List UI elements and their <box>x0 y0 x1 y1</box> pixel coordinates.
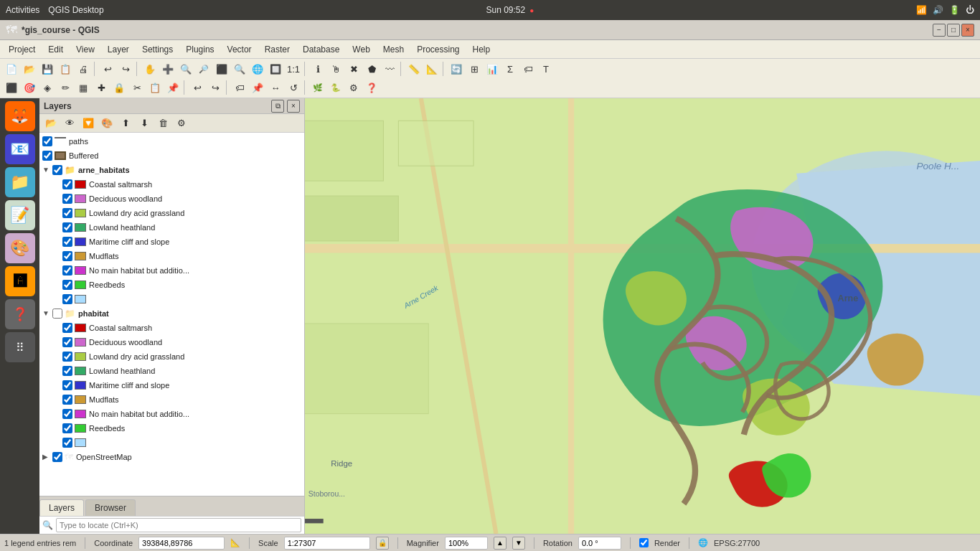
save-as-button[interactable]: 📋 <box>57 60 74 77</box>
layer-cb-osm[interactable] <box>52 452 62 462</box>
new-project-button[interactable]: 📄 <box>3 60 20 77</box>
layer-cb-ah-coastal[interactable] <box>62 179 72 189</box>
menu-item-web[interactable]: Web <box>347 43 375 56</box>
layer-item-ah-maritime[interactable]: Maritime cliff and slope <box>39 235 304 249</box>
layer-item-ph-lowland-heath[interactable]: Lowland heathland <box>39 364 304 378</box>
plugin-button[interactable]: ⚙ <box>345 79 362 96</box>
copy-feature-button[interactable]: 📋 <box>146 79 164 96</box>
layer-down-button[interactable]: ⬇ <box>136 115 153 132</box>
stat-summary-button[interactable]: Σ <box>501 60 519 77</box>
python-button[interactable]: 🐍 <box>327 79 344 96</box>
close-button[interactable]: × <box>961 24 974 37</box>
grid-button[interactable]: ▦ <box>75 79 92 96</box>
render-checkbox[interactable] <box>639 538 649 547</box>
scale-input[interactable] <box>284 537 370 550</box>
save-project-button[interactable]: 💾 <box>39 60 56 77</box>
magnifier-down-button[interactable]: ▼ <box>512 537 525 550</box>
layer-cb-ah-lowland-dry[interactable] <box>62 208 72 218</box>
files-icon[interactable]: 📁 <box>5 167 35 197</box>
layer-item-ph-mudflats[interactable]: Mudflats <box>39 392 304 407</box>
layer-item-ah-unknown[interactable] <box>39 292 304 306</box>
select-button[interactable]: 🖱 <box>327 60 344 77</box>
layer-item-ph-reedbeds[interactable]: Reedbeds <box>39 421 304 435</box>
identify-button[interactable]: ℹ <box>309 60 326 77</box>
minimize-button[interactable]: − <box>933 24 946 37</box>
gimp-icon[interactable]: 🎨 <box>5 233 35 263</box>
firefox-icon[interactable]: 🦊 <box>5 101 35 131</box>
layer-item-ah-nomainhabitat[interactable]: No main habitat but additio... <box>39 263 304 278</box>
layer-item-ph-deciduous[interactable]: Deciduous woodland <box>39 335 304 349</box>
open-project-button[interactable]: 📂 <box>21 60 38 77</box>
tile-scale-button[interactable]: ⊞ <box>466 60 483 77</box>
layer-cb-ph-unknown[interactable] <box>62 438 72 448</box>
measure-area-button[interactable]: 📐 <box>423 60 440 77</box>
help2-button[interactable]: ❓ <box>363 79 380 96</box>
paste-feature-button[interactable]: 📌 <box>164 79 182 96</box>
layer-cb-ah-unknown[interactable] <box>62 294 72 304</box>
layer-cb-ph-deciduous[interactable] <box>62 337 72 347</box>
filter-layers-button[interactable]: 🔽 <box>80 115 97 132</box>
menu-item-plugins[interactable]: Plugins <box>180 43 220 56</box>
layer-item-ah-lowland-heath[interactable]: Lowland heathland <box>39 220 304 235</box>
label2-button[interactable]: 🏷 <box>231 79 248 96</box>
tab-browser[interactable]: Browser <box>85 499 136 516</box>
menu-item-view[interactable]: View <box>70 43 100 56</box>
select-freehand-button[interactable]: 〰 <box>381 60 398 77</box>
zoom-in-button[interactable]: 🔍 <box>177 60 194 77</box>
tab-layers[interactable]: Layers <box>39 499 84 516</box>
menu-item-database[interactable]: Database <box>297 43 345 56</box>
measure-button[interactable]: 📏 <box>405 60 423 77</box>
grass-button[interactable]: 🌿 <box>309 79 326 96</box>
layer-cb-ah-maritime[interactable] <box>62 237 72 247</box>
layer-item-ph-unknown[interactable] <box>39 435 304 450</box>
phabitat-expand-icon[interactable]: ▼ <box>42 309 51 318</box>
toggle-edit-button[interactable]: 🔒 <box>110 79 128 96</box>
layer-item-phabitat-group[interactable]: ▼ 📁 phabitat <box>39 306 304 321</box>
layer-cb-ah-nomainhabitat[interactable] <box>62 265 72 276</box>
layer-item-ah-deciduous[interactable]: Deciduous woodland <box>39 192 304 206</box>
menu-item-edit[interactable]: Edit <box>42 43 69 56</box>
apps-icon[interactable]: ⠿ <box>5 332 35 362</box>
rotation-input[interactable] <box>578 537 621 550</box>
zoom-full-button[interactable]: 🌐 <box>249 60 266 77</box>
map-area[interactable]: Poole H... Arne Ridge Stoborou... Arne C… <box>305 98 980 534</box>
scale-lock-button[interactable]: 🔒 <box>376 537 389 550</box>
print-button[interactable]: 🖨 <box>75 60 92 77</box>
layer-cb-ah-reedbeds[interactable] <box>62 280 72 290</box>
vertex-tool-button[interactable]: ◈ <box>39 79 56 96</box>
amazon-icon[interactable]: 🅰 <box>5 266 35 296</box>
layer-item-buffered[interactable]: Buffered <box>39 149 304 163</box>
email-icon[interactable]: 📧 <box>5 134 35 164</box>
redo-button[interactable]: ↩ <box>117 60 134 77</box>
layer-cb-arne-habitats[interactable] <box>52 165 62 175</box>
deselect-button[interactable]: ✖ <box>345 60 362 77</box>
arne-habitats-expand-icon[interactable]: ▼ <box>42 166 51 174</box>
edit-button[interactable]: ✏ <box>57 79 74 96</box>
layer-cb-ah-mudflats[interactable] <box>62 251 72 261</box>
layer-item-ah-coastal[interactable]: Coastal saltmarsh <box>39 177 304 192</box>
help-icon[interactable]: ❓ <box>5 299 35 329</box>
layer-properties-button[interactable]: ⚙ <box>173 115 190 132</box>
layer-cb-paths[interactable] <box>42 136 52 146</box>
layer-item-ph-nomainhabitat[interactable]: No main habitat but additio... <box>39 407 304 421</box>
layer-item-ph-coastal[interactable]: Coastal saltmarsh <box>39 321 304 335</box>
layer-item-osm[interactable]: ▶ 🗺 OpenStreetMap <box>39 450 304 464</box>
layer-item-ah-mudflats[interactable]: Mudflats <box>39 249 304 263</box>
layer-cb-ah-lowland-heath[interactable] <box>62 222 72 232</box>
undo-button[interactable]: ↩ <box>99 60 116 77</box>
pan-button[interactable]: ✋ <box>141 60 159 77</box>
pan-to-selection-button[interactable]: ➕ <box>159 60 176 77</box>
menu-item-layer[interactable]: Layer <box>102 43 135 56</box>
zoom-layer-button[interactable]: 🔲 <box>267 60 284 77</box>
activities-label[interactable]: Activities <box>6 5 39 15</box>
layer-item-ah-lowland-dry[interactable]: Lowland dry acid grassland <box>39 206 304 220</box>
menu-item-processing[interactable]: Processing <box>411 43 465 56</box>
layer-item-ph-lowland-dry[interactable]: Lowland dry acid grassland <box>39 349 304 364</box>
redo2-button[interactable]: ↪ <box>207 79 224 96</box>
attribute-table-button[interactable]: 📊 <box>484 60 501 77</box>
layer-item-ph-maritime[interactable]: Maritime cliff and slope <box>39 378 304 392</box>
layers-close-button[interactable]: × <box>287 100 300 113</box>
qgis-app-label[interactable]: QGIS Desktop <box>48 5 103 15</box>
menu-item-mesh[interactable]: Mesh <box>377 43 410 56</box>
coordinate-input[interactable] <box>138 537 225 550</box>
